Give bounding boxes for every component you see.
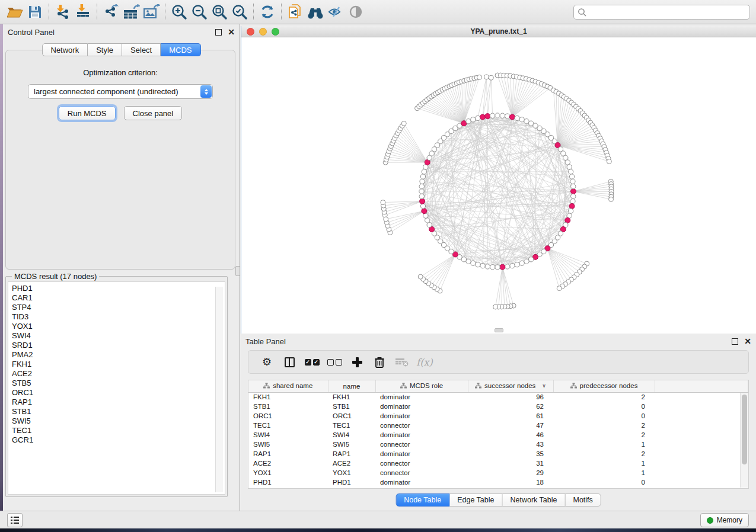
column-header-filler [655, 380, 748, 392]
zoom-out-icon [191, 4, 208, 20]
table-row[interactable]: TEC1TEC1connector472 [248, 421, 748, 430]
save-session-button[interactable] [25, 2, 45, 22]
zoom-fit-button[interactable] [209, 2, 229, 22]
import-network-button[interactable] [53, 2, 73, 22]
apply-layout-button[interactable] [257, 2, 277, 22]
open-session-network-button[interactable] [285, 2, 305, 22]
close-panel-icon[interactable]: ✕ [744, 338, 751, 345]
float-panel-icon[interactable] [215, 29, 222, 36]
tab-edge-table[interactable]: Edge Table [449, 493, 502, 507]
tab-motifs[interactable]: Motifs [565, 493, 601, 507]
table-row[interactable]: PHD1PHD1dominator180 [248, 477, 748, 487]
zoom-out-button[interactable] [189, 2, 209, 22]
add-column-button[interactable] [346, 352, 368, 371]
run-mcds-button[interactable]: Run MCDS [59, 106, 116, 120]
column-header-shared-name[interactable]: shared name [248, 380, 328, 392]
result-item[interactable]: SWI4 [12, 331, 225, 341]
tab-network[interactable]: Network [42, 43, 88, 56]
column-header-predecessor-nodes[interactable]: predecessor nodes [553, 380, 655, 392]
network-canvas[interactable] [241, 37, 756, 334]
column-header-successor-nodes[interactable]: successor nodes∨ [468, 380, 553, 392]
optimization-criterion-dropdown[interactable]: largest connected component (undirected) [28, 84, 213, 99]
result-item[interactable]: PMA2 [12, 350, 225, 360]
zoom-selected-button[interactable] [229, 2, 250, 22]
table-row[interactable]: FKH1FKH1dominator962 [248, 392, 748, 402]
delete-table-icon [395, 357, 409, 367]
show-graphics-details-button[interactable] [346, 2, 366, 22]
result-item[interactable]: TID3 [12, 312, 225, 322]
result-item[interactable]: YOX1 [12, 322, 225, 331]
deselect-all-button[interactable] [323, 352, 346, 371]
search-input[interactable] [587, 7, 749, 18]
memory-button[interactable]: Memory [700, 513, 749, 527]
shared-column-icon [400, 383, 407, 389]
main-toolbar [0, 0, 756, 24]
tab-style[interactable]: Style [88, 43, 122, 56]
result-item[interactable]: TEC1 [12, 426, 225, 435]
network-window-title: YPA_prune.txt_1 [241, 27, 756, 36]
table-splitter-grip[interactable] [495, 328, 503, 332]
result-item[interactable]: PHD1 [12, 284, 225, 293]
tab-node-table[interactable]: Node Table [395, 493, 449, 507]
sort-descending-icon: ∨ [542, 383, 546, 389]
result-item[interactable]: SRD1 [12, 341, 225, 350]
table-row[interactable]: YOX1YOX1connector291 [248, 468, 748, 477]
delete-columns-button[interactable] [368, 352, 391, 371]
export-image-button[interactable] [141, 2, 161, 22]
column-settings-button[interactable]: ⚙ [256, 352, 278, 371]
export-network-button[interactable] [101, 2, 121, 22]
mcds-result-title: MCDS result (17 nodes) [12, 272, 99, 281]
result-item[interactable]: FKH1 [12, 360, 225, 369]
close-panel-icon[interactable]: ✕ [228, 29, 235, 36]
hide-graphics-details-button[interactable] [326, 2, 346, 22]
function-builder-button[interactable]: f(x) [413, 352, 436, 371]
network-graph[interactable] [241, 37, 756, 334]
result-item[interactable]: ORC1 [12, 388, 225, 398]
table-scrollbar[interactable] [740, 393, 748, 488]
close-panel-button[interactable]: Close panel [124, 106, 183, 120]
table-row[interactable]: SWI5SWI5connector431 [248, 440, 748, 449]
result-item[interactable]: ACE2 [12, 369, 225, 379]
search-box[interactable] [573, 5, 750, 20]
tab-select[interactable]: Select [122, 43, 161, 56]
split-panel-button[interactable] [278, 352, 301, 371]
panel-splitter-grip[interactable] [235, 266, 240, 276]
control-panel-title: Control Panel [8, 28, 55, 37]
select-all-button[interactable]: ✓✓ [301, 352, 323, 371]
network-view-window: YPA_prune.txt_1 [241, 26, 756, 334]
zoom-in-button[interactable] [169, 2, 189, 22]
mcds-result-list[interactable]: PHD1 CAR1 STP4 TID3 YOX1 SWI4 SRD1 PMA2 … [8, 281, 225, 495]
table-panel-titlebar: Table Panel ✕ [241, 334, 756, 349]
result-list-scrollbar[interactable] [215, 287, 223, 492]
result-item[interactable]: RAP1 [12, 398, 225, 407]
import-table-button[interactable] [73, 2, 93, 22]
table-row[interactable]: RAP1RAP1dominator352 [248, 449, 748, 459]
unchecked-box-icon [336, 359, 342, 366]
export-table-button[interactable] [121, 2, 141, 22]
table-row[interactable]: STB1STB1dominator620 [248, 402, 748, 411]
column-header-name[interactable]: name [328, 380, 375, 392]
result-item[interactable]: GCR1 [12, 435, 225, 445]
open-file-button[interactable] [5, 2, 25, 22]
result-item[interactable]: STB1 [12, 407, 225, 416]
tab-mcds[interactable]: MCDS [161, 43, 200, 56]
checked-box-icon: ✓ [305, 359, 311, 366]
show-log-button[interactable] [7, 513, 23, 527]
table-row[interactable]: ACE2ACE2connector311 [248, 459, 748, 468]
table-row[interactable]: SWI4SWI4dominator462 [248, 430, 748, 440]
result-item[interactable]: STP4 [12, 303, 225, 312]
result-item[interactable]: CAR1 [12, 293, 225, 303]
result-item[interactable]: SWI5 [12, 416, 225, 426]
find-button[interactable] [305, 2, 326, 22]
table-panel: Table Panel ✕ ⚙ ✓✓ [241, 334, 756, 511]
table-row[interactable]: ORC1ORC1dominator610 [248, 411, 748, 421]
node-table: shared name name MCDS role successor nod… [248, 380, 749, 489]
float-panel-icon[interactable] [732, 338, 738, 345]
column-header-mcds-role[interactable]: MCDS role [375, 380, 468, 392]
export-network-icon [103, 4, 119, 20]
delete-table-button[interactable] [391, 352, 413, 371]
result-item[interactable]: STB5 [12, 379, 225, 388]
export-image-icon [142, 4, 160, 20]
tab-network-table[interactable]: Network Table [503, 493, 566, 507]
table-scrollbar-thumb[interactable] [742, 395, 747, 464]
